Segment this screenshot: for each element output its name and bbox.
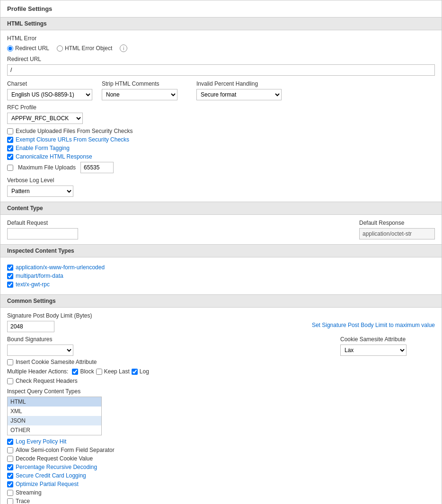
sig-post-body-row: Signature Post Body Limit (Bytes) Set Si… xyxy=(7,312,435,332)
allow-semicolon-label[interactable]: Allow Semi-colon Form Field Separator xyxy=(16,447,115,453)
log-every-policy-label[interactable]: Log Every Policy Hit xyxy=(16,438,66,445)
listbox-item-other[interactable]: OTHER xyxy=(8,425,101,435)
streaming-label[interactable]: Streaming xyxy=(16,489,42,496)
invalid-percent-label: Invalid Percent Handling xyxy=(196,80,291,87)
inspected-item-2-checkbox[interactable] xyxy=(7,282,13,288)
inspected-item-1-checkbox[interactable] xyxy=(7,273,13,279)
insert-cookie-row: Insert Cookie Samesite Attribute xyxy=(7,359,435,365)
cookie-samesite-label: Cookie Samesite Attribute xyxy=(340,336,435,343)
inspected-item-1-label[interactable]: multipart/form-data xyxy=(16,273,63,279)
listbox-item-html[interactable]: HTML xyxy=(8,397,101,407)
listbox-item-json[interactable]: JSON xyxy=(8,416,101,425)
inspected-item-2-row: text/x-gwt-rpc xyxy=(7,281,435,288)
secure-credit-card-label[interactable]: Secure Credit Card Logging xyxy=(16,472,86,479)
decode-request-row: Decode Request Cookie Value xyxy=(7,455,435,462)
percentage-recursive-row: Percentage Recursive Decoding xyxy=(7,464,435,470)
log-multiple-header-checkbox[interactable] xyxy=(132,369,138,375)
charset-col: Charset English US (ISO-8859-1) UTF-8 xyxy=(7,80,92,100)
enable-form-label[interactable]: Enable Form Tagging xyxy=(16,145,70,151)
redirect-url-input[interactable] xyxy=(7,64,435,76)
enable-form-row: Enable Form Tagging xyxy=(7,145,435,151)
inspected-content-types-body: application/x-www-form-urlencoded multip… xyxy=(0,257,442,294)
secure-credit-card-row: Secure Credit Card Logging xyxy=(7,472,435,479)
redirect-url-radio-label: Redirect URL xyxy=(15,45,49,52)
inspected-content-types-header: Inspected Content Types xyxy=(0,244,442,257)
canonicalize-label[interactable]: Canonicalize HTML Response xyxy=(16,153,92,160)
exclude-uploaded-label[interactable]: Exclude Uploaded Files From Security Che… xyxy=(16,128,133,134)
insert-cookie-label[interactable]: Insert Cookie Samesite Attribute xyxy=(16,359,97,365)
rfc-profile-select[interactable]: APPFW_RFC_BLOCK APPFW_RFC_ALLOW xyxy=(7,113,83,124)
exempt-closure-label[interactable]: Exempt Closure URLs From Security Checks xyxy=(16,136,129,143)
main-container: Profile Settings HTML Settings HTML Erro… xyxy=(0,0,442,504)
max-file-row: Maximum File Uploads xyxy=(7,162,435,173)
verbose-log-select[interactable]: Pattern Minimal Full xyxy=(7,186,73,197)
html-error-object-radio[interactable] xyxy=(57,45,63,52)
inspect-query-listbox[interactable]: HTML XML JSON OTHER xyxy=(7,397,102,435)
inspected-item-2-label[interactable]: text/x-gwt-rpc xyxy=(16,281,50,288)
bound-signatures-select[interactable] xyxy=(7,345,73,356)
canonicalize-checkbox[interactable] xyxy=(7,154,13,160)
exempt-closure-row: Exempt Closure URLs From Security Checks xyxy=(7,136,435,143)
allow-semicolon-checkbox[interactable] xyxy=(7,447,13,453)
decode-request-label[interactable]: Decode Request Cookie Value xyxy=(16,455,93,462)
verbose-row: Verbose Log Level Pattern Minimal Full xyxy=(7,177,435,197)
log-multiple-header-label[interactable]: Log xyxy=(140,368,149,375)
secure-credit-card-checkbox[interactable] xyxy=(7,473,13,479)
invalid-percent-select[interactable]: Secure format Pass through xyxy=(196,89,282,100)
exempt-closure-checkbox[interactable] xyxy=(7,137,13,143)
optimize-partial-checkbox[interactable] xyxy=(7,481,13,487)
allow-semicolon-row: Allow Semi-colon Form Field Separator xyxy=(7,447,435,453)
percentage-recursive-label[interactable]: Percentage Recursive Decoding xyxy=(16,464,97,470)
sig-post-body-label: Signature Post Body Limit (Bytes) xyxy=(7,312,92,319)
default-response-input[interactable] xyxy=(359,228,435,239)
trace-label[interactable]: Trace xyxy=(16,498,30,504)
bound-cookie-row: Bound Signatures Cookie Samesite Attribu… xyxy=(7,336,435,356)
multiple-header-label: Multiple Header Actions: xyxy=(7,368,68,375)
percentage-recursive-checkbox[interactable] xyxy=(7,464,13,470)
inspected-item-0-label[interactable]: application/x-www-form-urlencoded xyxy=(16,264,105,271)
redirect-url-radio[interactable] xyxy=(7,45,13,52)
keep-last-checkbox[interactable] xyxy=(96,369,102,375)
sig-max-link[interactable]: Set Signature Post Body Limit to maximum… xyxy=(312,322,435,328)
keep-last-label[interactable]: Keep Last xyxy=(104,368,130,375)
html-error-object-radio-option[interactable]: HTML Error Object xyxy=(57,45,112,52)
check-request-headers-checkbox[interactable] xyxy=(7,378,13,384)
streaming-row: Streaming xyxy=(7,489,435,496)
redirect-url-label: Redirect URL xyxy=(7,56,435,62)
log-every-policy-checkbox[interactable] xyxy=(7,439,13,445)
inspect-query-label: Inspect Query Content Types xyxy=(7,388,435,395)
max-file-input[interactable] xyxy=(80,162,114,173)
inspected-item-0-checkbox[interactable] xyxy=(7,265,13,271)
trace-row: Trace xyxy=(7,498,435,504)
streaming-checkbox[interactable] xyxy=(7,490,13,496)
exclude-uploaded-checkbox[interactable] xyxy=(7,128,13,134)
redirect-url-radio-option[interactable]: Redirect URL xyxy=(7,45,49,52)
max-file-checkbox[interactable] xyxy=(7,165,13,171)
check-request-headers-label[interactable]: Check Request Headers xyxy=(16,378,78,384)
cookie-samesite-select[interactable]: Lax Strict None xyxy=(340,345,407,356)
default-request-col: Default Request xyxy=(7,220,78,239)
listbox-item-xml[interactable]: XML xyxy=(8,407,101,416)
strip-html-label: Strip HTML Comments xyxy=(102,80,187,87)
decode-request-checkbox[interactable] xyxy=(7,456,13,462)
default-request-input[interactable] xyxy=(7,228,78,239)
strip-html-select[interactable]: None All xyxy=(102,89,177,100)
charset-select[interactable]: English US (ISO-8859-1) UTF-8 xyxy=(7,89,92,100)
insert-cookie-checkbox[interactable] xyxy=(7,359,13,365)
content-type-row: Default Request Default Response xyxy=(7,220,435,239)
optimize-partial-label[interactable]: Optimize Partial Request xyxy=(16,481,79,487)
default-request-label: Default Request xyxy=(7,220,78,226)
enable-form-checkbox[interactable] xyxy=(7,145,13,151)
block-checkbox[interactable] xyxy=(72,369,78,375)
content-type-body: Default Request Default Response xyxy=(0,215,442,244)
default-response-label: Default Response xyxy=(359,220,435,226)
canonicalize-row: Canonicalize HTML Response xyxy=(7,153,435,160)
rfc-profile-label: RFC Profile xyxy=(7,104,435,111)
info-icon[interactable]: i xyxy=(120,44,127,52)
invalid-percent-col: Invalid Percent Handling Secure format P… xyxy=(196,80,291,100)
charset-label: Charset xyxy=(7,80,92,87)
trace-checkbox[interactable] xyxy=(7,498,13,504)
sig-post-body-input[interactable] xyxy=(7,321,54,332)
max-file-label[interactable]: Maximum File Uploads xyxy=(18,164,76,171)
block-label[interactable]: Block xyxy=(80,368,94,375)
